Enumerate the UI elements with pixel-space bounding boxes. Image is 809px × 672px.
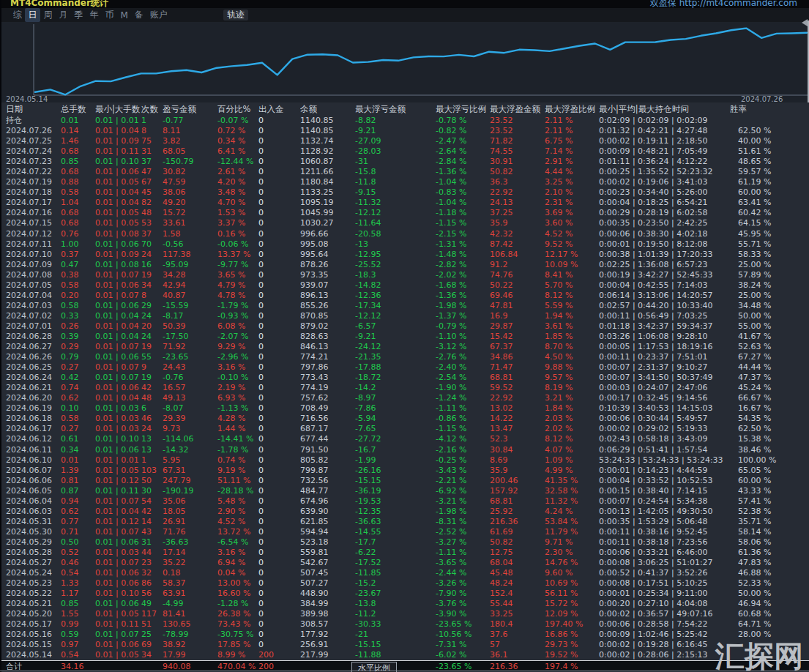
cell-count: 42 [141, 383, 163, 393]
table-row[interactable]: 2024.05.290.500.01 | 0.0631-36.63-6.54 %… [0, 537, 809, 548]
table-row[interactable]: 2024.05.210.850.01 | 0.0649-4.99-1.28 %0… [0, 599, 809, 609]
table-row[interactable]: 2024.07.020.330.01 | 0.0424-8.17-0.93 %0… [0, 311, 809, 321]
table-row[interactable]: 2024.06.280.390.01 | 0.0424-17.50-2.07 %… [0, 332, 809, 342]
table-row[interactable]: 2024.07.160.680.01 | 0.054815.721.53 %01… [0, 208, 809, 218]
cell-win-rate: 61.36 % [730, 548, 809, 558]
column-header-pct[interactable]: 百分比% [217, 102, 258, 116]
column-header-max-float-loss[interactable]: 最大浮亏金额 [355, 102, 436, 116]
table-row[interactable]: 2024.06.120.610.01 | 0.1013-114.06-14.41… [0, 434, 809, 444]
cell-date: 2024.07.16 [6, 208, 61, 218]
menu-item-4[interactable]: 月 [56, 8, 71, 22]
menu-item-2[interactable]: 日 [25, 8, 40, 22]
column-header-count[interactable]: 次数 [141, 102, 163, 116]
table-row[interactable]: 2024.06.240.420.01 | 0.0719-0.76-0.10 %0… [0, 373, 809, 383]
menu-item-3[interactable]: 周 [40, 8, 56, 22]
cell-min-max-lots: 0.01 | 0.06 [95, 599, 141, 609]
menu-item-1[interactable]: 综 [10, 8, 25, 22]
cell-count: 48 [141, 208, 163, 218]
cell-max-float-profit-pct: 1.85 % [545, 332, 599, 342]
table-row[interactable]: 2024.06.030.620.01 | 0.044218.052.90 %06… [0, 507, 809, 517]
cell-min-max-lots: 0.01 | 0.06 [95, 568, 141, 578]
column-header-min-max-lots[interactable]: 最小|大手数 [95, 102, 141, 116]
column-header-deposit[interactable]: 出入金 [258, 102, 300, 116]
column-header-max-float-profit[interactable]: 最大浮盈金额 [490, 102, 545, 116]
cell-total-lots: 0.68 [61, 218, 95, 228]
column-header-total-lots[interactable]: 总手数 [61, 102, 95, 116]
table-row[interactable]: 2024.05.270.460.01 | 0.072335.226.94 %05… [0, 558, 809, 568]
menu-item-5[interactable]: 季 [71, 8, 86, 22]
cell-max-float-loss-pct: -6.92 % [436, 486, 490, 496]
table-row[interactable]: 2024.05.150.970.01 | 0.066938.9217.85 %0… [0, 640, 809, 650]
table-row[interactable]: 2024.05.310.770.01 | 0.121426.914.52 %06… [0, 517, 809, 527]
table-row[interactable]: 2024.05.201.550.01 | 0.0511781.4126.38 %… [0, 609, 809, 619]
track-button[interactable]: 轨迹 [223, 10, 248, 20]
resize-grip-icon[interactable] [802, 19, 808, 26]
column-header-pnl[interactable]: 盈亏金额 [163, 102, 217, 116]
table-row[interactable]: 2024.06.050.870.01 | 0.1130-190.19-28.18… [0, 486, 809, 496]
table-row[interactable]: 2024.06.250.270.01 | 0.07924.433.16 %079… [0, 362, 809, 373]
table-row[interactable]: 2024.06.200.620.01 | 0.044849.136.93 %07… [0, 393, 809, 403]
table-row[interactable]: 2024.05.221.170.01 | 0.105663.9116.60 %0… [0, 589, 809, 599]
table-row[interactable]: 2024.07.171.040.01 | 0.048249.204.70 %01… [0, 198, 809, 208]
cell-deposit: 0 [258, 280, 300, 291]
cell-min-max-lots: 0.01 | 0.06 [95, 301, 141, 311]
cell-win-rate: 35.71 % [730, 517, 809, 527]
table-row[interactable]: 2024.06.060.810.01 | 0.1250247.7951.11 %… [0, 476, 809, 486]
table-row[interactable]: 2024.06.100.010.01 | 0.0115.950.74 %0805… [0, 455, 809, 466]
table-row[interactable]: 2024.06.040.940.01 | 0.075435.065.48 %06… [0, 496, 809, 507]
table-row[interactable]: 2024.07.050.580.01 | 0.063442.944.79 %09… [0, 280, 809, 291]
menu-item-10[interactable]: 账户 [146, 8, 171, 22]
cell-max-float-loss: -5.94 [355, 414, 436, 424]
column-header-hold-times[interactable]: 最小|平均|最大持仓时间 [599, 102, 730, 116]
cell-max-float-loss-pct: -23.65 % [436, 619, 490, 630]
table-row[interactable]: 2024.07.260.140.01 | 0.0488.110.72 %0114… [0, 126, 809, 136]
table-row[interactable]: 2024.06.270.290.01 | 0.071971.929.29 %08… [0, 342, 809, 352]
table-row[interactable]: 2024.06.110.340.01 | 0.0613-14.32-1.78 %… [0, 445, 809, 455]
table-row[interactable]: 2024.07.120.760.01 | 0.08371.580.16 %099… [0, 229, 809, 239]
table-row[interactable]: 2024.06.180.580.01 | 0.034629.394.28 %07… [0, 414, 809, 424]
table-row[interactable]: 2024.05.140.540.01 | 0.053417.998.99 %20… [0, 650, 809, 660]
table-row[interactable]: 2024.07.010.260.01 | 0.042050.396.08 %08… [0, 321, 809, 332]
table-row[interactable]: 2024.06.170.270.01 | 0.03249.731.44 %068… [0, 424, 809, 434]
column-header-max-float-loss-pct[interactable]: 最大浮亏比例 [436, 102, 490, 116]
cell-date: 2024.07.04 [6, 291, 61, 301]
table-row[interactable]: 2024.07.251.460.01 | 0.09753.820.34 %011… [0, 136, 809, 146]
cell-max-float-loss-pct: -2.64 % [436, 146, 490, 157]
table-row[interactable]: 2024.05.240.540.01 | 0.06320.180.04 %050… [0, 568, 809, 578]
table-row[interactable]: 2024.07.180.580.01 | 0.044538.063.48 %01… [0, 187, 809, 198]
table-row[interactable]: 2024.07.190.880.01 | 0.056747.594.20 %01… [0, 177, 809, 187]
menu-item-8[interactable]: M [117, 10, 131, 21]
table-row[interactable]: 2024.07.111.000.01 | 0.0670-0.56-0.06 %0… [0, 239, 809, 250]
cell-max-float-profit-pct: 2.03 % [545, 414, 599, 424]
table-row[interactable]: 2024.05.300.710.01 | 0.074371.7613.72 %0… [0, 527, 809, 537]
table-row[interactable]: 2024.07.150.680.01 | 0.055333.613.37 %01… [0, 218, 809, 228]
menu-item-7[interactable]: 币 [102, 8, 117, 22]
cell-count: 82 [141, 198, 163, 208]
table-row[interactable]: 2024.07.230.850.01 | 0.1037-150.79-12.44… [0, 157, 809, 167]
cell-pnl: -0.76 [163, 373, 217, 383]
table-row[interactable]: 2024.05.170.990.01 | 0.1151130.6573.43 %… [0, 619, 809, 630]
column-header-balance[interactable]: 余额 [300, 102, 355, 116]
cell-min-max-lots: 0.01 | 0.04 [95, 332, 141, 342]
table-row[interactable]: 2024.07.030.580.01 | 0.0629-15.59-1.79 %… [0, 301, 809, 311]
menu-item-6[interactable]: 年 [86, 8, 102, 22]
cell-hold-times: 0:00:02 | 0:36:57 | 49:07:16 [599, 609, 730, 619]
menu-item-9[interactable]: 备 [131, 8, 146, 22]
table-row[interactable]: 2024.07.240.680.01 | 0.113168.056.41 %01… [0, 146, 809, 157]
table-row[interactable]: 持仓0.010.01 | 0.011-0.77-0.07 %01140.85-8… [0, 116, 809, 126]
table-row[interactable]: 2024.06.071.390.01 | 0.0510367.319.19 %0… [0, 466, 809, 476]
table-row[interactable]: 2024.06.190.100.01 | 0.036-8.07-1.13 %07… [0, 403, 809, 414]
table-row[interactable]: 2024.05.280.520.01 | 0.034417.143.16 %05… [0, 548, 809, 558]
table-row[interactable]: 2024.07.040.200.01 | 0.07840.874.78 %089… [0, 291, 809, 301]
column-header-max-float-profit-pct[interactable]: 最大浮盈比例 [545, 102, 599, 116]
table-row[interactable]: 2024.07.220.680.01 | 0.064730.822.61 %01… [0, 167, 809, 177]
table-row[interactable]: 2024.05.231.330.01 | 0.068658.3713.00 %0… [0, 578, 809, 589]
table-row[interactable]: 2024.07.090.470.01 | 0.0816-95.09-9.77 %… [0, 260, 809, 270]
table-row[interactable]: 2024.07.080.380.01 | 0.071934.283.65 %09… [0, 270, 809, 280]
column-header-date[interactable]: 日期 [6, 102, 61, 116]
table-row[interactable]: 2024.06.210.740.01 | 0.064216.572.19 %07… [0, 383, 809, 393]
table-row[interactable]: 2024.07.100.370.01 | 0.0924117.3813.37 %… [0, 250, 809, 260]
table-row[interactable]: 2024.05.160.590.01 | 0.0725-78.99-30.75 … [0, 630, 809, 640]
table-row[interactable]: 2024.06.260.790.01 | 0.0655-23.65-2.96 %… [0, 352, 809, 362]
column-header-win-rate[interactable]: 胜率 [730, 102, 809, 116]
